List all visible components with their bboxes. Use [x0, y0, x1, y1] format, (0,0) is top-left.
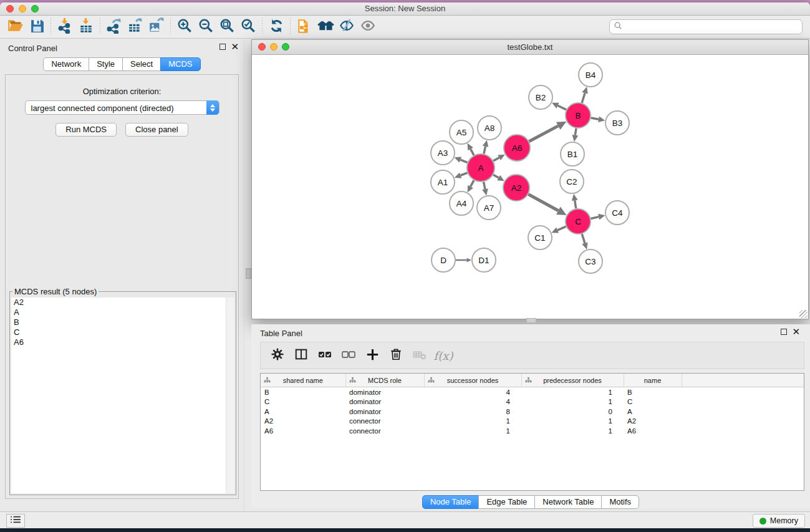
- close-panel-button[interactable]: Close panel: [125, 123, 188, 137]
- show-task-history-button[interactable]: [6, 514, 25, 528]
- column-header-predecessor-nodes[interactable]: predecessor nodes: [521, 374, 624, 387]
- arrowhead-icon: [582, 242, 587, 249]
- close-panel-icon[interactable]: ✕: [231, 44, 239, 50]
- tab-motifs[interactable]: Motifs: [601, 495, 639, 509]
- new-session-from-network-button[interactable]: [294, 17, 315, 37]
- table-settings-button[interactable]: [266, 345, 289, 366]
- tab-network-table[interactable]: Network Table: [534, 495, 602, 509]
- import-network-button[interactable]: [54, 17, 75, 37]
- column-header-filler: [682, 374, 804, 387]
- minimize-network-button[interactable]: [270, 43, 277, 51]
- refresh-button[interactable]: [266, 17, 287, 37]
- delete-columns-button[interactable]: [384, 345, 408, 366]
- search-input[interactable]: [622, 22, 798, 32]
- tab-network[interactable]: Network: [43, 57, 89, 71]
- tab-select[interactable]: Select: [122, 57, 161, 71]
- import-table-button[interactable]: [75, 17, 97, 37]
- graph-node-label: D: [440, 256, 446, 265]
- graph-node-label: A7: [484, 203, 494, 213]
- cybrowser-button[interactable]: [315, 17, 336, 37]
- zoom-fit-button[interactable]: [216, 17, 238, 37]
- deselect-all-rows-button[interactable]: [337, 345, 360, 366]
- memory-label: Memory: [770, 516, 798, 525]
- zoom-out-button[interactable]: [195, 17, 216, 37]
- column-header-shared-name[interactable]: shared name: [261, 374, 345, 387]
- graph-node-label: A: [478, 163, 483, 173]
- splitter-handle[interactable]: [246, 268, 251, 279]
- graph-edge-A-A3: [460, 160, 467, 162]
- column-header-successor-nodes[interactable]: successor nodes: [424, 374, 521, 387]
- zoom-selected-button[interactable]: [238, 17, 259, 37]
- horizontal-splitter-handle[interactable]: [526, 318, 536, 323]
- mcds-result-item[interactable]: A: [11, 307, 234, 317]
- graph-node-label: A1: [438, 178, 448, 187]
- close-network-button[interactable]: [258, 43, 266, 51]
- graph-node-label: A5: [456, 128, 467, 137]
- result-scrollbar[interactable]: [226, 297, 234, 493]
- zoom-window-button[interactable]: [31, 5, 39, 12]
- resize-grip-icon[interactable]: [799, 310, 808, 318]
- open-file-button[interactable]: [5, 17, 26, 37]
- table-row[interactable]: Adominator80A: [261, 407, 804, 417]
- tab-node-table[interactable]: Node Table: [422, 495, 480, 509]
- zoom-selected-icon: [240, 17, 256, 36]
- graph-edge-C-C1: [557, 226, 566, 230]
- zoom-network-button[interactable]: [282, 43, 289, 51]
- delete-table-button: [408, 345, 432, 366]
- mcds-result-item[interactable]: C: [11, 327, 234, 337]
- minimize-window-button[interactable]: [19, 5, 26, 12]
- graph-node-label: C3: [585, 257, 595, 266]
- graph-node-label: D1: [478, 256, 489, 265]
- select-stepper-icon: [206, 100, 219, 115]
- mcds-result-item[interactable]: A6: [11, 337, 234, 347]
- graph-edge-A-A7: [484, 182, 485, 190]
- criterion-select[interactable]: largest connected component (directed): [25, 100, 219, 115]
- export-table-button[interactable]: [125, 17, 146, 37]
- add-column-button[interactable]: [360, 345, 384, 366]
- node-table[interactable]: shared nameMCDS rolesuccessor nodesprede…: [260, 373, 804, 491]
- export-image-icon: [148, 17, 165, 36]
- export-network-button[interactable]: [104, 17, 125, 37]
- table-row[interactable]: Bdominator41B: [261, 387, 804, 397]
- table-toolbar: f(x): [260, 342, 804, 369]
- graph-edge-B-B4: [582, 93, 585, 103]
- tab-mcds[interactable]: MCDS: [160, 57, 200, 71]
- zoom-in-icon: [176, 17, 193, 36]
- column-header-name[interactable]: name: [624, 374, 682, 387]
- table-panel: Table Panel ✕: [251, 324, 810, 508]
- table-row[interactable]: A2connector11A2: [261, 417, 804, 427]
- tab-edge-table[interactable]: Edge Table: [478, 495, 535, 509]
- select-all-rows-button[interactable]: [313, 345, 337, 366]
- arrowhead-icon: [572, 194, 578, 201]
- float-table-panel-icon[interactable]: [781, 329, 787, 335]
- show-graphics-details-button[interactable]: [357, 17, 378, 37]
- desktop: Session: New Session: [0, 0, 810, 532]
- table-row[interactable]: A6connector11A6: [261, 426, 804, 436]
- network-window-titlebar[interactable]: testGlobe.txt: [252, 40, 808, 55]
- mcds-result-list[interactable]: A2ABCA6: [11, 297, 234, 493]
- toolbar-separator: [100, 18, 100, 36]
- toggle-split-view-button[interactable]: [289, 345, 313, 366]
- table-row[interactable]: Cdominator41C: [261, 397, 804, 407]
- close-window-button[interactable]: [6, 5, 14, 12]
- column-header-MCDS-role[interactable]: MCDS role: [345, 374, 424, 387]
- network-canvas[interactable]: B4B2BB3B1A5A8A6A3AA1A2C2A4A7C4CC1C3DD1: [252, 55, 808, 319]
- float-panel-icon[interactable]: [219, 44, 226, 50]
- hide-graphics-details-button[interactable]: [336, 17, 357, 37]
- save-session-button[interactable]: [26, 17, 47, 37]
- memory-button[interactable]: Memory: [753, 514, 805, 528]
- graph-node-label: C4: [612, 208, 623, 218]
- search-field[interactable]: [609, 19, 803, 34]
- tab-style[interactable]: Style: [89, 57, 123, 71]
- main-toolbar: [0, 16, 810, 39]
- close-table-panel-icon[interactable]: ✕: [792, 329, 800, 335]
- mcds-result-item[interactable]: B: [11, 317, 234, 327]
- export-image-button[interactable]: [146, 17, 167, 37]
- zoom-in-button[interactable]: [174, 17, 195, 37]
- run-mcds-button[interactable]: Run MCDS: [55, 123, 117, 137]
- mcds-result-item[interactable]: A2: [11, 297, 234, 307]
- arrowhead-icon: [482, 188, 488, 195]
- graph-edge-A-A8: [484, 147, 486, 154]
- mcds-tab-content: Optimization criterion: largest connecte…: [5, 74, 239, 499]
- split-view-icon: [294, 347, 308, 364]
